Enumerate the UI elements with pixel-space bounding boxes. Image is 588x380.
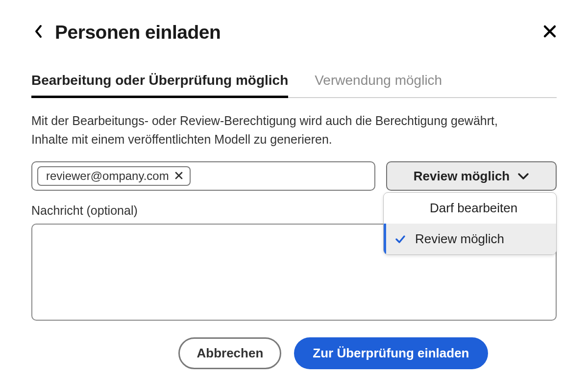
invite-people-dialog: Personen einladen Bearbeitung oder Überp…: [0, 0, 588, 380]
x-icon: [175, 172, 183, 179]
chevron-down-icon: [517, 172, 529, 180]
cancel-button[interactable]: Abbrechen: [178, 337, 281, 369]
invite-row: reviewer@ompany.com Review möglich: [31, 161, 557, 191]
email-chip-text: reviewer@ompany.com: [46, 169, 169, 183]
permission-tabs: Bearbeitung oder Überprüfung möglich Ver…: [31, 73, 557, 98]
close-icon: [543, 25, 557, 38]
check-icon: [394, 203, 412, 214]
invite-to-review-button[interactable]: Zur Überprüfung einladen: [294, 337, 488, 369]
dialog-header: Personen einladen: [31, 22, 557, 43]
permission-option-can-review[interactable]: Review möglich: [384, 224, 556, 254]
permission-selected-label: Review möglich: [414, 169, 510, 184]
dialog-title: Personen einladen: [55, 22, 220, 43]
tab-can-use[interactable]: Verwendung möglich: [315, 73, 442, 97]
back-button[interactable]: [31, 23, 46, 43]
dialog-footer: Abbrechen Zur Überprüfung einladen: [110, 337, 557, 369]
remove-email-button[interactable]: [175, 171, 183, 181]
permission-description: Mit der Bearbeitungs- oder Review-Berech…: [31, 112, 521, 149]
permission-option-label: Review möglich: [415, 231, 504, 247]
permission-option-label: Darf bearbeiten: [430, 201, 517, 216]
check-icon: [394, 233, 412, 245]
permission-dropdown-button[interactable]: Review möglich: [386, 161, 557, 191]
tab-edit-or-review[interactable]: Bearbeitung oder Überprüfung möglich: [31, 73, 288, 97]
email-input[interactable]: reviewer@ompany.com: [31, 161, 375, 191]
chevron-left-icon: [34, 25, 43, 38]
email-chip: reviewer@ompany.com: [37, 166, 191, 186]
permission-option-can-edit[interactable]: Darf bearbeiten: [384, 193, 556, 224]
permission-dropdown-menu: Darf bearbeiten Review möglich: [383, 192, 557, 255]
close-button[interactable]: [543, 25, 557, 38]
